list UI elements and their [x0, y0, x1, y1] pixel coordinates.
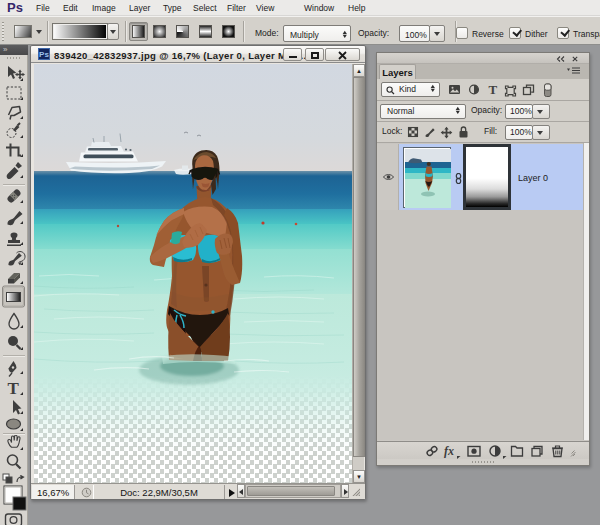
svg-text:T: T	[8, 379, 20, 398]
svg-text:T: T	[489, 82, 498, 97]
svg-text:fx: fx	[444, 444, 454, 458]
